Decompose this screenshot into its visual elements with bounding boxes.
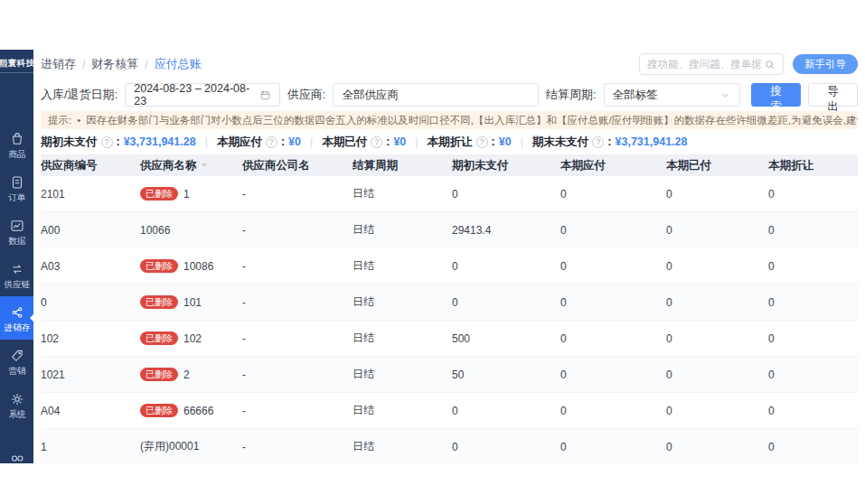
summary-label: 期末未支付 bbox=[532, 135, 589, 150]
sidebar-item-data[interactable]: 数据 bbox=[0, 210, 33, 253]
sidebar-item-orders[interactable]: 订单 bbox=[0, 166, 33, 210]
sidebar-item-label: 营销 bbox=[8, 367, 25, 376]
cell-period-paid: 0 bbox=[666, 332, 768, 345]
summary-value: ¥0 bbox=[499, 135, 512, 148]
cell-opening-unpaid: 0 bbox=[452, 296, 560, 309]
supplier-filter-label: 供应商: bbox=[287, 87, 326, 103]
cell-period-payable: 0 bbox=[560, 296, 666, 309]
sidebar-item-label: 数据 bbox=[8, 237, 25, 246]
help-icon[interactable]: ? bbox=[592, 136, 604, 148]
topbar: 进销存 财务核算 应付总账 新手引导 bbox=[41, 50, 858, 79]
notice-bar: 提示: • 因存在财务部门与业务部门对小数点后三位的数据四舍五入的标准以及时间口… bbox=[41, 111, 858, 129]
guide-button[interactable]: 新手引导 bbox=[793, 54, 858, 74]
sort-icon[interactable] bbox=[202, 163, 207, 167]
period-select[interactable]: 全部标签 bbox=[604, 83, 741, 107]
help-icon[interactable]: ? bbox=[101, 136, 113, 148]
cell-supplier-name: 已删除 1 bbox=[140, 187, 242, 201]
cell-period-payable: 0 bbox=[560, 332, 666, 345]
breadcrumb-separator bbox=[145, 58, 147, 71]
breadcrumb-item[interactable]: 财务核算 bbox=[91, 56, 138, 72]
cell-supplier-code: 1 bbox=[41, 441, 140, 453]
cell-supplier-name: 已删除 2 bbox=[140, 368, 242, 381]
column-header-period-discount: 本期折让 bbox=[768, 158, 858, 173]
cell-company-name: - bbox=[242, 188, 353, 201]
gear-icon bbox=[9, 391, 25, 407]
cell-supplier-code: 102 bbox=[41, 332, 140, 345]
share-nodes-icon bbox=[9, 304, 25, 321]
column-header-company-name: 供应商公司名 bbox=[242, 158, 353, 173]
colon: : bbox=[607, 135, 611, 148]
cell-supplier-name: (弃用)00001 bbox=[140, 439, 242, 454]
sidebar-item-label: 订单 bbox=[8, 193, 25, 202]
cell-supplier-code: 0 bbox=[41, 296, 140, 309]
table-row[interactable]: A03 已删除 10086 - 日结 0 0 0 0 bbox=[41, 248, 858, 285]
help-icon[interactable]: ? bbox=[371, 136, 382, 148]
chevron-down-icon bbox=[719, 89, 731, 101]
table-row[interactable]: 0 已删除 101 - 日结 0 0 0 0 bbox=[41, 285, 858, 321]
table-row[interactable]: 102 已删除 102 - 日结 500 0 0 0 bbox=[41, 321, 858, 357]
deleted-badge: 已删除 bbox=[140, 259, 178, 273]
cell-settlement-period: 日结 bbox=[353, 367, 452, 382]
help-icon[interactable]: ? bbox=[266, 136, 277, 148]
summary-divider bbox=[512, 135, 532, 148]
sidebar-item-system[interactable]: 系统 bbox=[0, 383, 33, 426]
sidebar-item-inventory[interactable]: 进销存 bbox=[0, 296, 33, 340]
breadcrumb-item[interactable]: 进销存 bbox=[41, 56, 76, 72]
table-row[interactable]: A04 已删除 66666 - 日结 0 0 0 0 bbox=[41, 393, 858, 429]
deleted-badge: 已删除 bbox=[140, 187, 178, 201]
cell-period-payable: 0 bbox=[560, 405, 666, 417]
notice-bullet: • bbox=[77, 115, 80, 126]
sidebar-item-label: 供应链 bbox=[4, 280, 30, 289]
tag-icon bbox=[9, 348, 25, 364]
cell-period-discount: 0 bbox=[768, 405, 858, 417]
sidebar-item-goods[interactable]: 商品 bbox=[0, 123, 33, 166]
cell-settlement-period: 日结 bbox=[353, 331, 452, 346]
cell-period-paid: 0 bbox=[666, 224, 768, 237]
colon: : bbox=[281, 135, 285, 148]
column-header-opening-unpaid: 期初未支付 bbox=[452, 158, 560, 173]
app-window: 熙寰科技 商品 订单 数据 供应链 进销存 bbox=[0, 50, 865, 463]
summary-label: 本期已付 bbox=[322, 135, 367, 150]
calendar-icon bbox=[259, 89, 271, 101]
cell-period-payable: 0 bbox=[560, 188, 666, 201]
main-content: 进销存 财务核算 应付总账 新手引导 入库/退货日期: 2024-08-23 –… bbox=[33, 50, 865, 463]
sidebar-item-supply-chain[interactable]: 供应链 bbox=[0, 253, 33, 296]
table-row[interactable]: 1 (弃用)00001 - 日结 0 0 0 0 bbox=[41, 429, 858, 463]
order-icon bbox=[9, 174, 25, 191]
cell-company-name: - bbox=[242, 405, 353, 417]
table-row[interactable]: A00 10066 - 日结 29413.4 0 0 0 bbox=[41, 212, 858, 248]
cell-settlement-period: 日结 bbox=[353, 294, 452, 310]
summary-value: ¥0 bbox=[288, 135, 301, 148]
supplier-input[interactable]: 全部供应商 bbox=[333, 83, 538, 107]
cell-period-payable: 0 bbox=[560, 369, 666, 381]
sidebar: 熙寰科技 商品 订单 数据 供应链 进销存 bbox=[0, 50, 33, 463]
sidebar-menu: 商品 订单 数据 供应链 进销存 营销 bbox=[0, 123, 33, 426]
search-button[interactable]: 搜索 bbox=[751, 83, 801, 107]
sidebar-item-marketing[interactable]: 营销 bbox=[0, 340, 33, 383]
date-range-input[interactable]: 2024-08-23 – 2024-08-23 bbox=[125, 83, 280, 107]
breadcrumb-separator bbox=[82, 58, 85, 71]
contacts-icon[interactable] bbox=[9, 452, 25, 463]
table-row[interactable]: 1021 已删除 2 - 日结 50 0 0 0 bbox=[41, 357, 858, 393]
global-search-input[interactable] bbox=[647, 59, 764, 70]
bag-icon bbox=[9, 131, 25, 147]
date-range-value: 2024-08-23 – 2024-08-23 bbox=[134, 82, 254, 107]
table-header: 供应商编号 供应商名称 供应商公司名 结算周期 期初未支付 本期应付 本期已付 … bbox=[41, 154, 858, 176]
help-icon[interactable]: ? bbox=[476, 136, 488, 148]
cell-period-paid: 0 bbox=[666, 441, 768, 453]
cell-supplier-name: 10066 bbox=[140, 224, 242, 237]
cell-period-paid: 0 bbox=[666, 188, 768, 201]
cell-supplier-code: 2101 bbox=[41, 188, 140, 201]
cell-opening-unpaid: 0 bbox=[452, 188, 560, 201]
summary-item-opening-unpaid: 期初未支付 ? : ¥3,731,941.28 bbox=[41, 135, 196, 150]
table-row[interactable]: 2101 已删除 1 - 日结 0 0 0 0 bbox=[41, 176, 858, 212]
cell-supplier-code: 1021 bbox=[41, 369, 140, 381]
cell-period-discount: 0 bbox=[768, 332, 858, 345]
cell-period-payable: 0 bbox=[560, 441, 666, 453]
summary-bar: 期初未支付 ? : ¥3,731,941.28 本期应付 ? : ¥0 本期已付… bbox=[41, 129, 858, 154]
global-search[interactable] bbox=[639, 53, 784, 75]
cell-supplier-name: 已删除 66666 bbox=[140, 404, 242, 417]
cell-supplier-name: 已删除 102 bbox=[140, 331, 242, 345]
breadcrumb-item-current: 应付总账 bbox=[155, 56, 202, 72]
export-button[interactable]: 导出 bbox=[808, 83, 858, 107]
